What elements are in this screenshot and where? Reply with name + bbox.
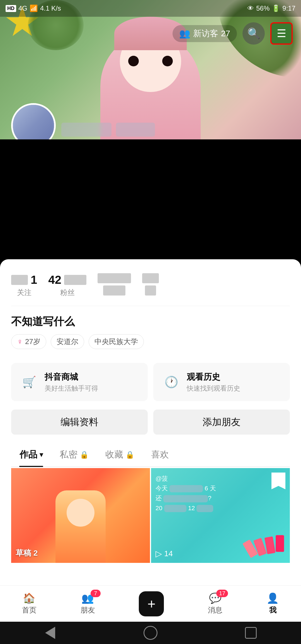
play-count-value: 14 — [164, 549, 173, 558]
stat-extra-blur — [142, 273, 159, 283]
battery-percent: 56% — [256, 4, 270, 12]
back-triangle-icon — [45, 627, 55, 639]
menu-button[interactable]: ☰ — [270, 22, 293, 45]
nav-messages-label: 消息 — [208, 605, 222, 615]
visitors-label: 新访客 — [193, 28, 218, 39]
video-cell-published[interactable]: @菠 今天 6 天 还 ? 20 12 ▷ 14 — [151, 468, 290, 563]
network-speed: 4.1 K/s — [40, 4, 61, 12]
tab-private[interactable]: 私密 🔒 — [51, 443, 97, 466]
stat-extra-label-blur — [145, 285, 156, 296]
stat-likes[interactable] — [98, 273, 131, 297]
location-label: 安道尔 — [57, 337, 78, 347]
history-sub: 快速找到观看历史 — [187, 384, 240, 393]
menu-icon: ☰ — [277, 27, 286, 40]
stat-following-blur — [11, 275, 28, 285]
shop-text: 抖音商城 美好生活触手可得 — [45, 371, 98, 393]
stat-likes-label-blur — [103, 285, 125, 296]
history-title: 观看历史 — [187, 371, 240, 383]
android-nav — [0, 622, 301, 644]
university-label: 中央民族大学 — [94, 337, 138, 347]
video-overlay-text: @菠 今天 6 天 还 ? 20 12 — [156, 474, 285, 513]
overlay-line-1: @菠 — [156, 474, 285, 483]
nav-me[interactable]: 👤 我 — [266, 592, 279, 615]
search-button[interactable]: 🔍 — [242, 22, 265, 45]
history-card[interactable]: 🕐 观看历史 快速找到观看历史 — [153, 363, 290, 401]
battery-icon: 🔋 — [272, 4, 280, 12]
tab-favorites-label: 收藏 — [105, 449, 123, 461]
android-recent-button[interactable] — [242, 624, 259, 641]
nav-messages[interactable]: 💬 消息 17 — [208, 592, 222, 615]
visitors-button[interactable]: 👥 新访客 27 — [173, 25, 237, 42]
shop-title: 抖音商城 — [45, 371, 98, 383]
stat-followers-label: 粉丝 — [60, 288, 75, 297]
tag-age[interactable]: ♀ 27岁 — [11, 334, 46, 349]
play-icon: ▷ — [156, 549, 162, 558]
tab-works[interactable]: 作品 ▾ — [11, 443, 51, 466]
stat-followers-blur — [64, 275, 86, 285]
shop-sub: 美好生活触手可得 — [45, 384, 98, 393]
tab-favorites-lock: 🔒 — [125, 451, 134, 459]
stat-following-value: 1 — [31, 273, 37, 287]
domino-visual — [245, 534, 285, 558]
stat-followers[interactable]: 42 粉丝 — [48, 273, 86, 297]
bio-section: 不知道写什么 ♀ 27岁 安道尔 中央民族大学 — [11, 306, 290, 355]
edit-profile-button[interactable]: 编辑资料 — [11, 410, 148, 435]
nav-friends[interactable]: 👥 朋友 7 — [81, 592, 95, 615]
visitors-icon: 👥 — [179, 28, 190, 39]
tab-favorites[interactable]: 收藏 🔒 — [97, 443, 143, 466]
recent-square-icon — [245, 627, 257, 639]
nav-me-label: 我 — [269, 605, 276, 615]
home-circle-icon — [144, 626, 157, 640]
nav-create[interactable]: + — [139, 591, 164, 616]
nav-home[interactable]: 🏠 首页 — [22, 592, 37, 615]
quick-actions: 🛒 抖音商城 美好生活触手可得 🕐 观看历史 快速找到观看历史 — [11, 363, 290, 401]
stat-following[interactable]: 1 关注 — [11, 273, 37, 297]
bio-text: 不知道写什么 — [11, 314, 290, 329]
cover-name-area — [61, 123, 155, 137]
name-blur-1 — [61, 123, 111, 137]
name-blur-2 — [116, 123, 155, 137]
profile-avatar — [11, 103, 56, 139]
status-bar: HD 4G 📶 4.1 K/s 👁 56% 🔋 9:17 — [0, 0, 301, 17]
video-grid: 草稿 2 @菠 今天 6 天 还 ? 20 12 ▷ 14 — [11, 468, 290, 563]
add-friend-button[interactable]: 添加朋友 — [153, 410, 290, 435]
eye-icon: 👁 — [247, 4, 254, 12]
avatar-image — [13, 105, 54, 139]
signal-4g: 4G — [18, 4, 27, 12]
tab-works-label: 作品 — [20, 449, 37, 461]
shop-card[interactable]: 🛒 抖音商城 美好生活触手可得 — [11, 363, 148, 401]
create-button[interactable]: + — [139, 591, 164, 616]
stat-following-label: 关注 — [17, 288, 31, 297]
buttons-row: 编辑资料 添加朋友 — [11, 410, 290, 435]
tab-likes-label: 喜欢 — [151, 449, 169, 461]
tab-private-label: 私密 — [60, 449, 77, 461]
android-home-button[interactable] — [142, 624, 159, 641]
search-icon: 🔍 — [247, 27, 260, 40]
stat-followers-value: 42 — [48, 273, 61, 287]
overlay-line-3: 还 ? — [156, 493, 285, 503]
stats-row: 1 关注 42 粉丝 — [11, 268, 290, 306]
tab-likes[interactable]: 喜欢 — [143, 443, 177, 466]
tags-row: ♀ 27岁 安道尔 中央民族大学 — [11, 334, 290, 349]
messages-badge: 17 — [216, 590, 228, 597]
tag-location[interactable]: 安道尔 — [51, 334, 84, 349]
android-back-button[interactable] — [42, 624, 59, 641]
overlay-line-2: 今天 6 天 — [156, 483, 285, 493]
time-display: 9:17 — [282, 4, 295, 12]
cover-area: 👥 新访客 27 🔍 ☰ — [0, 0, 301, 139]
hd-icon: HD — [6, 5, 16, 12]
play-count: ▷ 14 — [156, 549, 173, 558]
tab-private-lock: 🔒 — [80, 451, 89, 459]
signal-bars: 📶 — [30, 4, 38, 12]
shop-icon: 🛒 — [20, 372, 39, 392]
header-actions: 👥 新访客 27 🔍 ☰ — [0, 17, 301, 50]
home-icon: 🏠 — [23, 592, 35, 604]
nav-home-label: 首页 — [22, 605, 37, 615]
tag-university[interactable]: 中央民族大学 — [89, 334, 144, 349]
video-cell-draft[interactable]: 草稿 2 — [11, 468, 150, 563]
stat-extra[interactable] — [142, 273, 159, 297]
bottom-nav: 🏠 首页 👥 朋友 7 + 💬 消息 17 👤 我 — [0, 585, 301, 622]
status-left: HD 4G 📶 4.1 K/s — [6, 4, 61, 12]
history-text: 观看历史 快速找到观看历史 — [187, 371, 240, 393]
age-label: 27岁 — [25, 337, 40, 347]
